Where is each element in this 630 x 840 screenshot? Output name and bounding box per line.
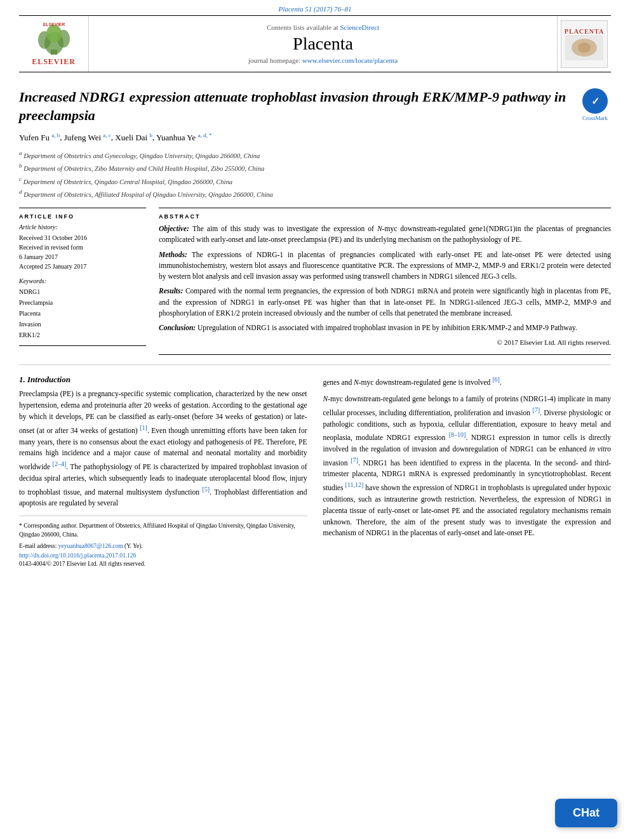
homepage-line: journal homepage: www.elsevier.com/locat… <box>248 57 398 64</box>
citation-text: Placenta 51 (2017) 76–81 <box>278 5 351 13</box>
sciencedirect-link[interactable]: ScienceDirect <box>340 23 379 31</box>
conclusion-label: Conclusion: <box>159 324 198 331</box>
copyright-line: © 2017 Elsevier Ltd. All rights reserved… <box>159 338 611 349</box>
keyword-ndrg1: NDRG1 <box>19 286 146 297</box>
methods-text: The expressions of NDRG-1 in placentas o… <box>159 251 611 281</box>
results-text: Compared with the normal term pregnancie… <box>159 287 611 317</box>
abstract-conclusion: Conclusion: Upregulation of NDRG1 is ass… <box>159 323 611 333</box>
keyword-placenta: Placenta <box>19 308 146 319</box>
ref-2-4[interactable]: [2–4] <box>53 460 67 467</box>
article-info-abstract-row: ARTICLE INFO Article history: Received 3… <box>19 208 611 355</box>
contents-text: Contents lists available at <box>267 23 338 31</box>
abstract-label: ABSTRACT <box>159 213 611 220</box>
abstract-box: ABSTRACT Objective: The aim of this stud… <box>159 208 611 355</box>
abstract-objective: Objective: The aim of this study was to … <box>159 223 611 246</box>
crossmark-badge: ✓ CrossMark <box>579 88 611 121</box>
authors-line: Yufen Fu a, b, Jufeng Wei a, c, Xueli Da… <box>19 131 611 143</box>
doi-link[interactable]: http://dx.doi.org/10.1016/j.placenta.201… <box>19 552 136 559</box>
footer-section: * Corresponding author. Department of Ob… <box>19 516 307 567</box>
ref-7b[interactable]: [7] <box>351 457 358 463</box>
ref-5[interactable]: [5] <box>202 486 210 493</box>
issn-line: 0143-4004/© 2017 Elsevier Ltd. All right… <box>19 561 307 567</box>
author-4: Yuanhua Ye a, d, * <box>156 133 211 142</box>
author-1: Yufen Fu a, b <box>19 133 60 142</box>
homepage-text: journal homepage: <box>248 57 300 64</box>
elsevier-label: ELSEVIER <box>32 57 76 67</box>
crossmark-label: CrossMark <box>582 115 608 121</box>
keyword-invasion: Invasion <box>19 319 146 330</box>
email-who: (Y. Ye). <box>124 543 143 549</box>
sciencedirect-line: Contents lists available at ScienceDirec… <box>267 23 379 31</box>
abstract-column: ABSTRACT Objective: The aim of this stud… <box>159 208 611 355</box>
received-date: Received 31 October 2016 <box>19 233 146 243</box>
body-left-column: 1. Introduction Preeclampsia (PE) is a p… <box>19 375 307 566</box>
results-label: Results: <box>159 287 185 295</box>
body-content: 1. Introduction Preeclampsia (PE) is a p… <box>19 375 611 566</box>
revised-date: Received in revised form6 January 2017 <box>19 243 146 262</box>
ref-1[interactable]: [1] <box>140 424 147 431</box>
email-link[interactable]: yeyuanhua8067@126.com <box>58 543 123 549</box>
right-paragraph-1: genes and N-myc downstream-regulated gen… <box>323 375 612 389</box>
section-number: 1. <box>19 375 25 384</box>
placenta-journal-logo: PLACENTA <box>561 20 608 68</box>
main-content: Increased NDRG1 expression attenuate tro… <box>0 72 630 580</box>
keywords-section: Keywords: NDRG1 Preeclampsia Placenta In… <box>19 277 146 340</box>
right-paragraph-2: N-myc downstream-regulated gene belongs … <box>323 394 612 539</box>
section-title: Introduction <box>27 375 70 384</box>
svg-text:ELSEVIER: ELSEVIER <box>43 22 65 27</box>
ref-7[interactable]: [7] <box>532 406 540 413</box>
article-title: Increased NDRG1 expression attenuate tro… <box>19 88 570 124</box>
author-2: Jufeng Wei a, c <box>64 133 111 142</box>
crossmark-icon[interactable]: ✓ <box>582 88 608 114</box>
ref-11-12[interactable]: [11,12] <box>345 481 363 488</box>
history-label: Article history: <box>19 223 146 230</box>
objective-label: Objective: <box>159 225 192 232</box>
chat-button[interactable]: CHat <box>555 799 617 827</box>
keywords-label: Keywords: <box>19 277 146 284</box>
accepted-date: Accepted 25 January 2017 <box>19 262 146 271</box>
affiliations: a Department of Obstetrics and Gynecolog… <box>19 149 611 200</box>
corresponding-author-note: * Corresponding author. Department of Ob… <box>19 521 307 540</box>
methods-label: Methods: <box>159 251 192 258</box>
elsevier-logo-area: ELSEVIER ELSEVIER <box>19 16 89 72</box>
conclusion-text: Upregulation of NDRG1 is associated with… <box>198 324 577 331</box>
ref-6[interactable]: [6] <box>492 376 500 383</box>
keyword-preeclampsia: Preeclampsia <box>19 297 146 308</box>
article-info-label: ARTICLE INFO <box>19 213 146 220</box>
article-title-section: Increased NDRG1 expression attenuate tro… <box>19 88 611 124</box>
journal-logo-area: PLACENTA <box>557 16 611 72</box>
affiliation-a: a Department of Obstetrics and Gynecolog… <box>19 149 611 161</box>
homepage-link[interactable]: www.elsevier.com/locate/placenta <box>302 57 398 64</box>
affiliation-b: b Department of Obstetrics, Zibo Materni… <box>19 161 611 174</box>
email-note: E-mail address: yeyuanhua8067@126.com (Y… <box>19 542 307 550</box>
affiliation-c: c Department of Obstetrics, Qingdao Cent… <box>19 175 611 187</box>
journal-name: Placenta <box>293 34 353 54</box>
abstract-methods: Methods: The expressions of NDRG-1 in pl… <box>159 250 611 283</box>
email-label: E-mail address: <box>19 543 58 549</box>
elsevier-logo: ELSEVIER ELSEVIER <box>32 21 76 67</box>
intro-heading: 1. Introduction <box>19 375 307 385</box>
svg-point-4 <box>46 25 62 43</box>
ref-8-10[interactable]: [8–10] <box>449 431 466 438</box>
placenta-logo-image <box>565 35 603 60</box>
journal-citation: Placenta 51 (2017) 76–81 <box>0 0 630 15</box>
keyword-erk: ERK1/2 <box>19 330 146 340</box>
doi-line[interactable]: http://dx.doi.org/10.1016/j.placenta.201… <box>19 552 307 559</box>
svg-point-8 <box>578 43 591 53</box>
header-bar: ELSEVIER ELSEVIER Contents lists availab… <box>19 15 611 72</box>
intro-paragraph-1: Preeclampsia (PE) is a pregnancy-specifi… <box>19 389 307 509</box>
placenta-logo-title: PLACENTA <box>565 28 604 35</box>
affiliation-d: d Department of Obstetrics, Affiliated H… <box>19 187 611 200</box>
abstract-text: Objective: The aim of this study was to … <box>159 223 611 333</box>
article-info-box: ARTICLE INFO Article history: Received 3… <box>19 208 146 346</box>
article-info-column: ARTICLE INFO Article history: Received 3… <box>19 208 146 355</box>
author-3: Xueli Dai b <box>115 133 152 142</box>
journal-header-center: Contents lists available at ScienceDirec… <box>89 16 557 72</box>
abstract-results: Results: Compared with the normal term p… <box>159 286 611 319</box>
body-right-column: genes and N-myc downstream-regulated gen… <box>323 375 612 566</box>
body-divider <box>19 364 611 365</box>
chat-button-area: CHat <box>555 799 617 827</box>
elsevier-tree-icon: ELSEVIER <box>32 21 76 56</box>
objective-text: The aim of this study was to investigate… <box>159 225 611 243</box>
page: Placenta 51 (2017) 76–81 ELSEVIER ELSEVI… <box>0 0 630 840</box>
